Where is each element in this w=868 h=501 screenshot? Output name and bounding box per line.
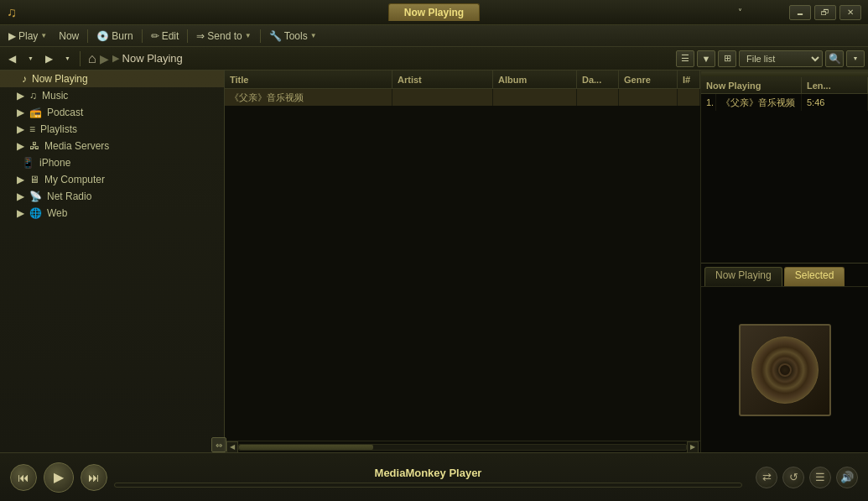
col-header-artist[interactable]: Artist bbox=[392, 70, 493, 88]
menu-now[interactable]: Now bbox=[54, 29, 84, 44]
menu-play-arrow: ▼ bbox=[40, 32, 47, 39]
track-duration: 5:46 bbox=[802, 94, 868, 111]
menu-edit[interactable]: ✏ Edit bbox=[146, 29, 185, 44]
cell-num bbox=[678, 89, 700, 106]
breadcrumb: ⌂ ▶ ▶ Now Playing bbox=[88, 51, 183, 66]
menu-burn[interactable]: 💿 Burn bbox=[91, 29, 138, 44]
artwork-center bbox=[778, 363, 792, 377]
volume-button[interactable]: 🔊 bbox=[836, 467, 858, 488]
podcast-icon: 📻 bbox=[29, 107, 42, 118]
view-grid-button[interactable]: ▼ bbox=[697, 50, 715, 67]
toolbar-sep-1 bbox=[80, 51, 81, 66]
play-button[interactable]: ▶ bbox=[44, 462, 74, 493]
menu-play-label: Play bbox=[18, 30, 38, 42]
menu-tools[interactable]: 🔧 Tools ▼ bbox=[264, 29, 322, 44]
menu-play[interactable]: ▶ Play ▼ bbox=[3, 29, 52, 44]
view-covers-button[interactable]: ⊞ bbox=[718, 50, 736, 67]
media-servers-icon: 🖧 bbox=[29, 140, 39, 152]
col-header-title[interactable]: Title bbox=[225, 70, 392, 88]
h-scroll-right[interactable]: ▶ bbox=[687, 441, 699, 453]
cell-genre bbox=[619, 89, 678, 106]
right-panel-scrollbar[interactable] bbox=[701, 70, 868, 77]
menu-bar: ▶ Play ▼ Now 💿 Burn ✏ Edit ⇒ Send to ▼ 🔧… bbox=[0, 25, 868, 47]
tab-selected[interactable]: Selected bbox=[784, 267, 845, 286]
np-col-len[interactable]: Len... bbox=[802, 77, 868, 93]
np-col-now-playing[interactable]: Now Playing bbox=[701, 77, 802, 93]
play-icon: ▶ bbox=[54, 469, 64, 485]
table-body: 《父亲》音乐视频 bbox=[225, 89, 700, 441]
music-icon: ♫ bbox=[29, 90, 37, 102]
sidebar-item-web[interactable]: ▶ 🌐 Web bbox=[0, 205, 224, 222]
shuffle-button[interactable]: ⇄ bbox=[756, 467, 777, 488]
h-scroll-track[interactable] bbox=[238, 444, 687, 451]
prev-button[interactable]: ⏮ bbox=[10, 464, 37, 491]
sidebar-item-music[interactable]: ▶ ♫ Music bbox=[0, 87, 224, 104]
expand-web-arrow-icon: ▶ bbox=[17, 207, 24, 219]
sidebar-label-podcast: Podcast bbox=[47, 107, 83, 118]
col-header-date[interactable]: Da... bbox=[577, 70, 619, 88]
right-panel-track[interactable]: 1. 《父亲》音乐视频 5:46 bbox=[701, 94, 868, 111]
restore-button[interactable]: 🗗 bbox=[814, 5, 836, 20]
menu-sep-4 bbox=[260, 29, 261, 43]
cell-artist bbox=[392, 89, 493, 106]
back-icon: ◀ bbox=[8, 53, 16, 65]
back-button[interactable]: ◀ bbox=[3, 51, 21, 66]
minimize-button[interactable]: 🗕 bbox=[789, 5, 811, 20]
right-panel: Now Playing Len... 1. 《父亲》音乐视频 5:46 Now … bbox=[700, 70, 868, 452]
forward-arrow-icon: ▼ bbox=[65, 55, 70, 61]
my-computer-icon: 🖥 bbox=[29, 174, 39, 185]
home-icon[interactable]: ⌂ bbox=[88, 51, 96, 66]
sidebar-item-playlists[interactable]: ▶ ≡ Playlists bbox=[0, 121, 224, 138]
close-button[interactable]: ✕ bbox=[839, 5, 861, 20]
sidebar-item-media-servers[interactable]: ▶ 🖧 Media Servers bbox=[0, 138, 224, 154]
sidebar-item-podcast[interactable]: ▶ 📻 Podcast bbox=[0, 104, 224, 121]
col-header-album[interactable]: Album bbox=[493, 70, 577, 88]
sidebar-item-net-radio[interactable]: ▶ 📡 Net Radio bbox=[0, 188, 224, 205]
view-grid-icon: ▼ bbox=[702, 54, 711, 64]
sidebar-expand-button[interactable]: ⇔ bbox=[211, 437, 226, 452]
col-header-genre[interactable]: Genre bbox=[619, 70, 678, 88]
window-title: Now Playing bbox=[388, 3, 480, 21]
forward-button[interactable]: ▶ bbox=[40, 51, 58, 66]
file-list-select[interactable]: File list Album list Cover flow Extended bbox=[739, 50, 823, 67]
table-header: Title Artist Album Da... Genre I# bbox=[225, 70, 700, 89]
expand-podcast-arrow-icon: ▶ bbox=[17, 107, 24, 118]
sidebar-item-now-playing[interactable]: ♪ Now Playing bbox=[0, 70, 224, 87]
next-button[interactable]: ⏭ bbox=[81, 464, 107, 491]
back-arrow-button[interactable]: ▼ bbox=[23, 54, 39, 63]
menu-sendto[interactable]: ⇒ Send to ▼ bbox=[191, 29, 256, 44]
content-area: Title Artist Album Da... Genre I# 《父亲》音乐… bbox=[225, 70, 700, 452]
main-layout: ♪ Now Playing ▶ ♫ Music ▶ 📻 Podcast ▶ ≡ … bbox=[0, 70, 868, 452]
window-controls: 🗕 🗗 ✕ bbox=[789, 0, 861, 24]
menu-sep-2 bbox=[142, 29, 143, 43]
app-icon: ♫ bbox=[7, 5, 17, 20]
sidebar-item-my-computer[interactable]: ▶ 🖥 My Computer bbox=[0, 171, 224, 188]
expand-netradio-arrow-icon: ▶ bbox=[17, 190, 24, 202]
tab-now-playing[interactable]: Now Playing bbox=[704, 267, 782, 286]
search-button[interactable]: 🔍 bbox=[825, 50, 844, 67]
cell-title: 《父亲》音乐视频 bbox=[225, 89, 392, 106]
h-scroll-thumb[interactable] bbox=[239, 445, 373, 450]
cell-date bbox=[577, 89, 619, 106]
sidebar-label-media-servers: Media Servers bbox=[44, 140, 109, 152]
menu-now-label: Now bbox=[59, 30, 79, 42]
forward-arrow-button[interactable]: ▼ bbox=[60, 54, 75, 63]
progress-bar-area: MediaMonkey Player bbox=[114, 467, 742, 488]
view-list-button[interactable]: ☰ bbox=[676, 50, 694, 67]
playlist-button[interactable]: ☰ bbox=[809, 467, 831, 488]
track-num: 1. bbox=[701, 94, 716, 111]
tools-icon: 🔧 bbox=[269, 30, 282, 42]
table-row[interactable]: 《父亲》音乐视频 bbox=[225, 89, 700, 106]
next-icon: ⏭ bbox=[88, 471, 100, 484]
sidebar-item-iphone[interactable]: 📱 iPhone bbox=[0, 154, 224, 171]
progress-track[interactable] bbox=[114, 483, 742, 488]
menu-tools-label: Tools bbox=[284, 30, 308, 42]
col-header-num[interactable]: I# bbox=[678, 70, 700, 88]
expand-mediaservers-arrow-icon: ▶ bbox=[17, 140, 24, 152]
h-scrollbar: ◀ ▶ bbox=[225, 441, 700, 452]
h-scroll-left[interactable]: ◀ bbox=[226, 441, 238, 453]
search-icon: 🔍 bbox=[829, 53, 841, 65]
search-arrow-button[interactable]: ▼ bbox=[846, 50, 865, 67]
repeat-button[interactable]: ↺ bbox=[782, 467, 804, 488]
menu-sep-1 bbox=[87, 29, 88, 43]
